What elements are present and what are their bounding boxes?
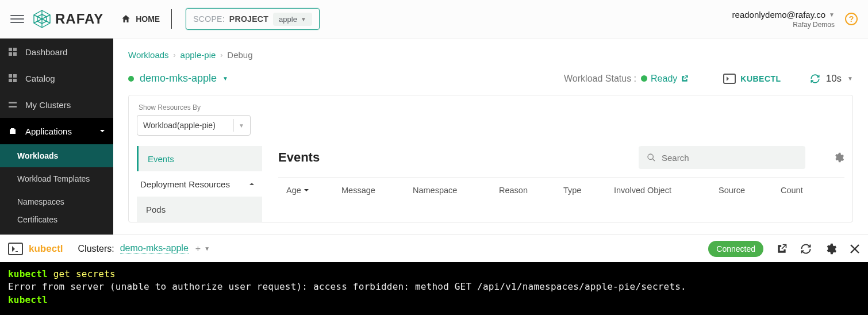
refresh-interval-selector[interactable]: 10s ▼ bbox=[810, 73, 853, 84]
chevron-down-icon: ▼ bbox=[239, 122, 244, 129]
svg-rect-12 bbox=[13, 79, 17, 82]
events-section: Events Age Mes bbox=[278, 146, 844, 222]
kubectl-brand: kubectl bbox=[29, 243, 63, 255]
svg-rect-10 bbox=[13, 74, 17, 78]
cluster-selector[interactable]: demo-mks-apple ▼ bbox=[128, 72, 228, 84]
terminal-icon bbox=[723, 74, 736, 84]
scope-prefix: SCOPE: bbox=[193, 14, 225, 24]
column-source[interactable]: Source bbox=[719, 186, 781, 195]
chevron-down-icon: ▼ bbox=[301, 16, 306, 22]
chevron-right-icon: › bbox=[174, 51, 176, 59]
table-settings-button[interactable] bbox=[833, 152, 844, 163]
refresh-icon bbox=[810, 74, 820, 84]
chevron-right-icon: › bbox=[220, 51, 222, 59]
tree-item-pods[interactable]: Pods bbox=[137, 197, 262, 222]
sidebar-sub-certificates[interactable]: Certificates bbox=[0, 213, 113, 226]
connection-status-badge: Connected bbox=[708, 241, 763, 257]
breadcrumb-current: Debug bbox=[227, 50, 252, 60]
help-icon[interactable]: ? bbox=[845, 13, 858, 25]
kubectl-button[interactable]: KUBECTL bbox=[723, 74, 781, 84]
terminal-command: get secrets bbox=[48, 268, 116, 279]
events-table-header: Age Message Namespace Reason Type Involv… bbox=[278, 177, 844, 202]
scope-selector[interactable]: SCOPE: PROJECT apple ▼ bbox=[186, 8, 320, 30]
user-org: Rafay Demos bbox=[732, 21, 835, 29]
external-link-icon bbox=[681, 75, 689, 83]
menu-toggle-button[interactable] bbox=[10, 12, 24, 26]
resource-filter-select[interactable]: Workload(apple-pie) ▼ bbox=[137, 115, 251, 136]
sidebar-item-catalog[interactable]: Catalog bbox=[0, 65, 113, 91]
workload-status: Workload Status : Ready bbox=[564, 74, 689, 84]
home-label: HOME bbox=[136, 14, 160, 24]
dashboard-icon bbox=[8, 47, 17, 56]
chevron-down-icon[interactable]: ▼ bbox=[204, 245, 210, 252]
terminal-icon bbox=[8, 243, 23, 255]
column-namespace[interactable]: Namespace bbox=[413, 186, 499, 195]
resources-panel: Show Resources By Workload(apple-pie) ▼ … bbox=[128, 95, 853, 222]
sidebar-sub-label: Namespaces bbox=[17, 197, 64, 206]
sidebar-sub-label: Workloads bbox=[17, 151, 58, 160]
terminal-settings-button[interactable] bbox=[824, 243, 837, 255]
svg-rect-8 bbox=[13, 52, 17, 56]
clusters-label: Clusters: bbox=[78, 244, 114, 254]
svg-point-15 bbox=[648, 154, 653, 159]
search-icon bbox=[647, 153, 656, 162]
tree-label: Pods bbox=[146, 205, 166, 214]
tree-header-deployment-resources[interactable]: Deployment Resources bbox=[137, 171, 262, 197]
sidebar-sub-workload-templates[interactable]: Workload Templates bbox=[0, 167, 113, 190]
svg-rect-13 bbox=[9, 102, 17, 103]
user-email: readonlydemo@rafay.co bbox=[732, 10, 826, 20]
status-dot-icon bbox=[128, 76, 134, 82]
logo[interactable]: RAFAY bbox=[32, 9, 103, 29]
close-terminal-button[interactable] bbox=[850, 244, 860, 254]
user-menu[interactable]: readonlydemo@rafay.co ▼ Rafay Demos bbox=[732, 10, 835, 29]
events-search-input[interactable] bbox=[662, 153, 797, 163]
sidebar-sub-namespaces[interactable]: Namespaces bbox=[0, 190, 113, 213]
logo-icon bbox=[32, 9, 52, 29]
open-external-button[interactable] bbox=[776, 243, 788, 255]
status-ready-link[interactable]: Ready bbox=[641, 74, 689, 84]
logo-text: RAFAY bbox=[55, 11, 103, 27]
sidebar-item-applications[interactable]: Applications bbox=[0, 118, 113, 144]
clusters-icon bbox=[8, 100, 17, 109]
applications-icon bbox=[8, 126, 17, 136]
breadcrumb-workload-name[interactable]: apple-pie bbox=[180, 50, 216, 60]
sidebar-item-my-clusters[interactable]: My Clusters bbox=[0, 91, 113, 118]
sidebar-label: Dashboard bbox=[25, 47, 67, 57]
column-age[interactable]: Age bbox=[278, 186, 341, 195]
tree-label: Events bbox=[148, 154, 174, 164]
sort-down-icon bbox=[304, 187, 309, 193]
status-label: Workload Status : bbox=[564, 74, 636, 84]
gear-icon bbox=[833, 152, 844, 163]
chevron-down-icon bbox=[99, 128, 105, 134]
sidebar-item-dashboard[interactable]: Dashboard bbox=[0, 39, 113, 65]
sidebar-sub-label: Certificates bbox=[17, 215, 57, 224]
sidebar-sub-workloads[interactable]: Workloads bbox=[0, 144, 113, 167]
sidebar: Dashboard Catalog My Clusters Applicatio… bbox=[0, 39, 113, 235]
add-cluster-tab-button[interactable]: + bbox=[195, 244, 201, 254]
sidebar-sub-label: Workload Templates bbox=[17, 174, 90, 183]
column-involved-object[interactable]: Involved Object bbox=[614, 186, 719, 195]
kubectl-cluster-tab[interactable]: demo-mks-apple bbox=[120, 243, 189, 254]
scope-project-label: PROJECT bbox=[229, 14, 268, 24]
svg-rect-14 bbox=[9, 106, 17, 107]
column-message[interactable]: Message bbox=[341, 186, 413, 195]
divider bbox=[171, 9, 172, 29]
terminal-output[interactable]: kubectl get secrets Error from server (u… bbox=[0, 262, 868, 315]
reconnect-button[interactable] bbox=[800, 243, 812, 255]
scope-value: apple bbox=[279, 15, 297, 24]
column-count[interactable]: Count bbox=[781, 186, 821, 195]
scope-value-pill[interactable]: apple ▼ bbox=[273, 13, 312, 26]
svg-rect-11 bbox=[9, 79, 12, 82]
home-button[interactable]: HOME bbox=[121, 14, 160, 24]
cluster-name: demo-mks-apple bbox=[140, 72, 217, 84]
svg-rect-9 bbox=[9, 74, 12, 78]
events-search[interactable] bbox=[639, 146, 805, 169]
tree-item-events[interactable]: Events bbox=[137, 146, 262, 171]
tree-header-label: Deployment Resources bbox=[140, 179, 230, 189]
terminal-prompt: kubectl bbox=[8, 268, 48, 279]
kubectl-toolbar: kubectl Clusters: demo-mks-apple + ▼ Con… bbox=[0, 235, 868, 262]
column-type[interactable]: Type bbox=[563, 186, 614, 195]
column-reason[interactable]: Reason bbox=[499, 186, 563, 195]
breadcrumb-workloads[interactable]: Workloads bbox=[128, 50, 169, 60]
terminal-prompt: kubectl bbox=[8, 294, 48, 305]
